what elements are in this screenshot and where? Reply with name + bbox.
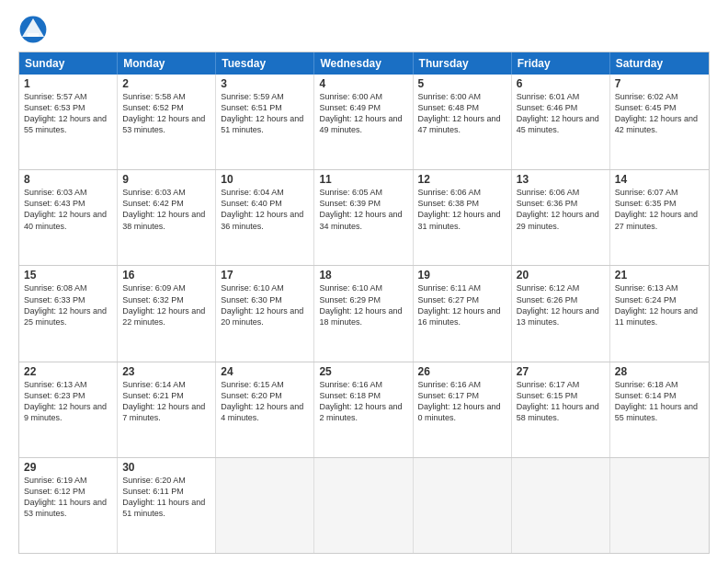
calendar-cell: 27Sunrise: 6:17 AMSunset: 6:15 PMDayligh… [512, 362, 610, 457]
calendar-cell: 10Sunrise: 6:04 AMSunset: 6:40 PMDayligh… [216, 170, 314, 265]
day-info: Sunrise: 6:03 AMSunset: 6:43 PMDaylight:… [24, 187, 112, 232]
calendar-cell: 28Sunrise: 6:18 AMSunset: 6:14 PMDayligh… [610, 362, 709, 457]
day-info: Sunrise: 6:06 AMSunset: 6:36 PMDaylight:… [517, 187, 605, 232]
calendar-row: 15Sunrise: 6:08 AMSunset: 6:33 PMDayligh… [19, 265, 709, 361]
calendar-cell: 1Sunrise: 5:57 AMSunset: 6:53 PMDaylight… [19, 75, 118, 169]
weekday-header: Wednesday [314, 52, 413, 75]
calendar-cell: 30Sunrise: 6:20 AMSunset: 6:11 PMDayligh… [118, 458, 216, 553]
day-number: 24 [221, 365, 309, 378]
calendar-cell: 29Sunrise: 6:19 AMSunset: 6:12 PMDayligh… [19, 458, 118, 553]
day-info: Sunrise: 6:03 AMSunset: 6:42 PMDaylight:… [122, 187, 210, 232]
calendar-cell [512, 458, 610, 553]
day-number: 27 [517, 365, 605, 378]
day-number: 12 [418, 173, 506, 186]
calendar-cell: 8Sunrise: 6:03 AMSunset: 6:43 PMDaylight… [19, 170, 118, 265]
day-info: Sunrise: 6:06 AMSunset: 6:38 PMDaylight:… [418, 187, 506, 232]
day-number: 11 [319, 173, 407, 186]
calendar-cell: 9Sunrise: 6:03 AMSunset: 6:42 PMDaylight… [118, 170, 216, 265]
calendar-cell: 14Sunrise: 6:07 AMSunset: 6:35 PMDayligh… [610, 170, 709, 265]
page-header [18, 15, 710, 44]
calendar-cell: 5Sunrise: 6:00 AMSunset: 6:48 PMDaylight… [414, 75, 512, 169]
day-info: Sunrise: 6:05 AMSunset: 6:39 PMDaylight:… [319, 187, 407, 232]
day-info: Sunrise: 6:00 AMSunset: 6:48 PMDaylight:… [418, 91, 506, 136]
day-number: 5 [418, 77, 506, 90]
day-number: 23 [122, 365, 210, 378]
calendar-cell [610, 458, 709, 553]
day-number: 20 [517, 269, 605, 282]
day-info: Sunrise: 6:04 AMSunset: 6:40 PMDaylight:… [221, 187, 309, 232]
day-info: Sunrise: 6:16 AMSunset: 6:17 PMDaylight:… [418, 379, 506, 424]
day-number: 7 [615, 77, 704, 90]
day-number: 29 [24, 461, 112, 474]
day-info: Sunrise: 6:20 AMSunset: 6:11 PMDaylight:… [122, 475, 210, 520]
weekday-header: Sunday [19, 52, 118, 75]
calendar-cell: 26Sunrise: 6:16 AMSunset: 6:17 PMDayligh… [414, 362, 512, 457]
calendar-cell [414, 458, 512, 553]
calendar-cell [216, 458, 314, 553]
calendar-cell: 3Sunrise: 5:59 AMSunset: 6:51 PMDaylight… [216, 75, 314, 169]
calendar-row: 8Sunrise: 6:03 AMSunset: 6:43 PMDaylight… [19, 169, 709, 265]
calendar-cell: 19Sunrise: 6:11 AMSunset: 6:27 PMDayligh… [414, 266, 512, 361]
day-info: Sunrise: 6:13 AMSunset: 6:24 PMDaylight:… [615, 282, 704, 327]
calendar-cell: 11Sunrise: 6:05 AMSunset: 6:39 PMDayligh… [314, 170, 413, 265]
day-number: 8 [24, 173, 112, 186]
calendar-cell: 16Sunrise: 6:09 AMSunset: 6:32 PMDayligh… [118, 266, 216, 361]
calendar-body: 1Sunrise: 5:57 AMSunset: 6:53 PMDaylight… [19, 75, 709, 553]
weekday-header: Saturday [610, 52, 709, 75]
day-info: Sunrise: 5:59 AMSunset: 6:51 PMDaylight:… [221, 91, 309, 136]
day-number: 9 [122, 173, 210, 186]
day-number: 18 [319, 269, 407, 282]
calendar-row: 29Sunrise: 6:19 AMSunset: 6:12 PMDayligh… [19, 457, 709, 553]
day-number: 16 [122, 269, 210, 282]
day-number: 26 [418, 365, 506, 378]
day-number: 3 [221, 77, 309, 90]
day-number: 28 [615, 365, 704, 378]
day-number: 6 [517, 77, 605, 90]
calendar-cell: 15Sunrise: 6:08 AMSunset: 6:33 PMDayligh… [19, 266, 118, 361]
day-info: Sunrise: 6:02 AMSunset: 6:45 PMDaylight:… [615, 91, 704, 136]
calendar-cell: 25Sunrise: 6:16 AMSunset: 6:18 PMDayligh… [314, 362, 413, 457]
day-info: Sunrise: 6:10 AMSunset: 6:29 PMDaylight:… [319, 282, 407, 327]
calendar-cell: 7Sunrise: 6:02 AMSunset: 6:45 PMDaylight… [610, 75, 709, 169]
day-number: 30 [122, 461, 210, 474]
day-info: Sunrise: 6:11 AMSunset: 6:27 PMDaylight:… [418, 282, 506, 327]
calendar-cell: 22Sunrise: 6:13 AMSunset: 6:23 PMDayligh… [19, 362, 118, 457]
day-number: 19 [418, 269, 506, 282]
calendar-cell: 2Sunrise: 5:58 AMSunset: 6:52 PMDaylight… [118, 75, 216, 169]
day-number: 14 [615, 173, 704, 186]
day-info: Sunrise: 6:18 AMSunset: 6:14 PMDaylight:… [615, 379, 704, 424]
day-number: 15 [24, 269, 112, 282]
calendar-cell: 23Sunrise: 6:14 AMSunset: 6:21 PMDayligh… [118, 362, 216, 457]
calendar-cell: 12Sunrise: 6:06 AMSunset: 6:38 PMDayligh… [414, 170, 512, 265]
calendar-row: 22Sunrise: 6:13 AMSunset: 6:23 PMDayligh… [19, 362, 709, 457]
calendar-cell: 17Sunrise: 6:10 AMSunset: 6:30 PMDayligh… [216, 266, 314, 361]
day-info: Sunrise: 6:16 AMSunset: 6:18 PMDaylight:… [319, 379, 407, 424]
day-info: Sunrise: 6:09 AMSunset: 6:32 PMDaylight:… [122, 282, 210, 327]
day-info: Sunrise: 6:01 AMSunset: 6:46 PMDaylight:… [517, 91, 605, 136]
weekday-header: Thursday [414, 52, 512, 75]
calendar: SundayMondayTuesdayWednesdayThursdayFrid… [18, 52, 710, 554]
calendar-cell: 6Sunrise: 6:01 AMSunset: 6:46 PMDaylight… [512, 75, 610, 169]
day-number: 2 [122, 77, 210, 90]
day-info: Sunrise: 6:15 AMSunset: 6:20 PMDaylight:… [221, 379, 309, 424]
day-number: 1 [24, 77, 112, 90]
day-info: Sunrise: 5:58 AMSunset: 6:52 PMDaylight:… [122, 91, 210, 136]
calendar-cell: 24Sunrise: 6:15 AMSunset: 6:20 PMDayligh… [216, 362, 314, 457]
calendar-page: SundayMondayTuesdayWednesdayThursdayFrid… [0, 0, 728, 563]
day-info: Sunrise: 6:17 AMSunset: 6:15 PMDaylight:… [517, 379, 605, 424]
day-info: Sunrise: 6:19 AMSunset: 6:12 PMDaylight:… [24, 475, 112, 520]
day-info: Sunrise: 6:07 AMSunset: 6:35 PMDaylight:… [615, 187, 704, 232]
calendar-cell: 13Sunrise: 6:06 AMSunset: 6:36 PMDayligh… [512, 170, 610, 265]
day-info: Sunrise: 6:10 AMSunset: 6:30 PMDaylight:… [221, 282, 309, 327]
svg-rect-2 [28, 33, 40, 37]
logo [18, 15, 51, 44]
day-number: 25 [319, 365, 407, 378]
day-info: Sunrise: 6:08 AMSunset: 6:33 PMDaylight:… [24, 282, 112, 327]
calendar-row: 1Sunrise: 5:57 AMSunset: 6:53 PMDaylight… [19, 75, 709, 169]
calendar-cell: 4Sunrise: 6:00 AMSunset: 6:49 PMDaylight… [314, 75, 413, 169]
day-info: Sunrise: 6:13 AMSunset: 6:23 PMDaylight:… [24, 379, 112, 424]
calendar-cell [314, 458, 413, 553]
day-info: Sunrise: 5:57 AMSunset: 6:53 PMDaylight:… [24, 91, 112, 136]
day-info: Sunrise: 6:14 AMSunset: 6:21 PMDaylight:… [122, 379, 210, 424]
day-info: Sunrise: 6:12 AMSunset: 6:26 PMDaylight:… [517, 282, 605, 327]
